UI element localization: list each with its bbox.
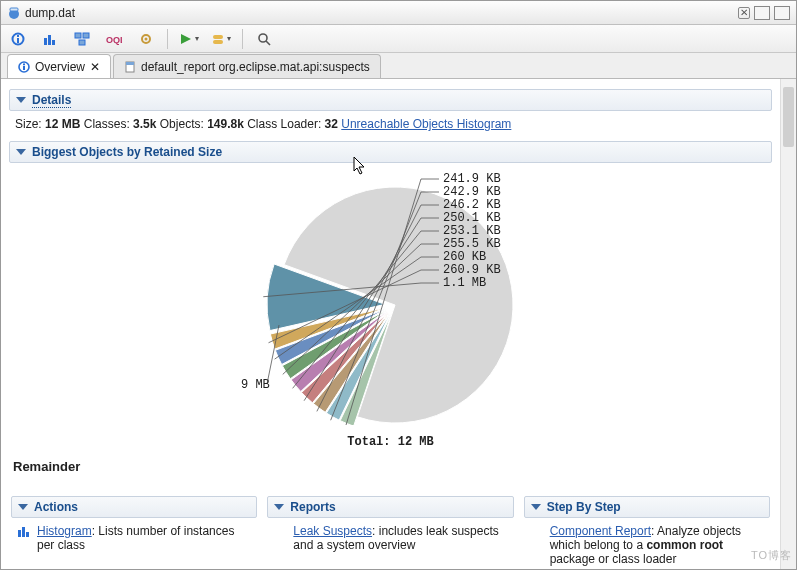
search-icon[interactable]	[253, 28, 275, 50]
svg-rect-3	[17, 38, 19, 43]
svg-text:OQL: OQL	[106, 35, 122, 45]
twisty-icon	[16, 97, 26, 103]
size-label: Size:	[15, 117, 42, 131]
chevron-down-icon: ▾	[195, 34, 199, 43]
pie-slice-label: 1.1 MB	[443, 276, 486, 290]
svg-marker-14	[181, 34, 191, 44]
tab-label: default_report org.eclipse.mat.api:suspe…	[141, 60, 370, 74]
details-summary: Size: 12 MB Classes: 3.5k Objects: 149.8…	[9, 111, 772, 135]
twisty-icon	[274, 504, 284, 510]
svg-rect-4	[17, 35, 19, 37]
svg-rect-16	[213, 40, 223, 44]
leak-suspects-link[interactable]: Leak Suspects	[293, 524, 372, 538]
info-icon	[18, 61, 30, 73]
histogram-icon	[17, 524, 31, 538]
classloader-label: Class Loader:	[247, 117, 321, 131]
section-details-header[interactable]: Details	[9, 89, 772, 111]
overview-icon[interactable]	[7, 28, 29, 50]
file-icon	[7, 6, 21, 20]
component-report-desc-2: package or class loader	[550, 552, 677, 566]
twisty-icon	[16, 149, 26, 155]
report-leak-suspects: Leak Suspects: includes leak suspects an…	[267, 518, 513, 552]
tab-overview[interactable]: Overview ✕	[7, 54, 111, 78]
section-reports-header[interactable]: Reports	[267, 496, 513, 518]
oql-icon[interactable]: OQL	[103, 28, 125, 50]
toolbar-separator	[167, 29, 168, 49]
svg-point-17	[259, 34, 267, 42]
svg-rect-27	[26, 532, 29, 537]
remainder-heading: Remainder	[9, 449, 772, 474]
objects-label: Objects:	[160, 117, 204, 131]
svg-point-13	[145, 37, 148, 40]
section-actions-header[interactable]: Actions	[11, 496, 257, 518]
run-report-icon[interactable]: ▾	[178, 28, 200, 50]
tab-default-report[interactable]: default_report org.eclipse.mat.api:suspe…	[113, 54, 381, 78]
pie-slice-label: 242.9 KB	[443, 185, 501, 199]
histogram-link[interactable]: Histogram	[37, 524, 92, 538]
svg-rect-21	[23, 63, 25, 65]
tab-label: Overview	[35, 60, 85, 74]
section-title: Details	[32, 93, 71, 108]
section-stepbystep-header[interactable]: Step By Step	[524, 496, 770, 518]
section-title: Biggest Objects by Retained Size	[32, 145, 222, 159]
component-report-bold: common root	[646, 538, 723, 552]
report-icon	[530, 524, 544, 538]
svg-rect-10	[79, 40, 85, 45]
twisty-icon	[531, 504, 541, 510]
report-icon	[124, 61, 136, 73]
svg-rect-20	[23, 66, 25, 70]
query-browser-icon[interactable]: ▾	[210, 28, 232, 50]
objects-value: 149.8k	[207, 117, 244, 131]
histogram-icon[interactable]	[39, 28, 61, 50]
size-value: 12 MB	[45, 117, 80, 131]
dominator-tree-icon[interactable]	[71, 28, 93, 50]
window-title: dump.dat	[25, 6, 732, 20]
twisty-icon	[18, 504, 28, 510]
overview-columns: Actions Histogram: Lists number of insta…	[9, 496, 772, 566]
close-icon[interactable]: ✕	[90, 60, 100, 74]
svg-rect-1	[10, 8, 18, 11]
unreachable-objects-link[interactable]: Unreachable Objects Histogram	[341, 117, 511, 131]
svg-rect-25	[18, 530, 21, 537]
svg-rect-7	[52, 40, 55, 45]
report-icon	[273, 524, 287, 538]
pie-slice-label: 260 KB	[443, 250, 486, 264]
component-report-link[interactable]: Component Report	[550, 524, 651, 538]
svg-rect-15	[213, 35, 223, 39]
gear-icon[interactable]	[135, 28, 157, 50]
close-tab-icon[interactable]: ✕	[738, 7, 750, 19]
svg-rect-9	[83, 33, 89, 38]
toolbar: OQL ▾ ▾	[1, 25, 796, 53]
pie-slice-label: 241.9 KB	[443, 172, 501, 186]
svg-rect-5	[44, 38, 47, 45]
pie-slice-label: 246.2 KB	[443, 198, 501, 212]
titlebar: dump.dat ✕	[1, 1, 796, 25]
classloader-value: 32	[325, 117, 338, 131]
section-title: Actions	[34, 500, 78, 514]
svg-rect-8	[75, 33, 81, 38]
section-title: Reports	[290, 500, 335, 514]
svg-line-18	[266, 41, 270, 45]
pie-slice-label: 250.1 KB	[443, 211, 501, 225]
content-area: Details Size: 12 MB Classes: 3.5k Object…	[1, 79, 796, 569]
action-histogram: Histogram: Lists number of instances per…	[11, 518, 257, 552]
chevron-down-icon: ▾	[227, 34, 231, 43]
pie-total-label: Total: 12 MB	[9, 435, 772, 449]
maximize-button[interactable]	[774, 6, 790, 20]
section-title: Step By Step	[547, 500, 621, 514]
pie-remainder-label: 9 MB	[241, 378, 270, 392]
svg-rect-6	[48, 35, 51, 45]
pie-slice-label: 260.9 KB	[443, 263, 501, 277]
toolbar-separator	[242, 29, 243, 49]
section-biggest-header[interactable]: Biggest Objects by Retained Size	[9, 141, 772, 163]
svg-rect-26	[22, 527, 25, 537]
minimize-button[interactable]	[754, 6, 770, 20]
pie-chart: 241.9 KB242.9 KB246.2 KB250.1 KB253.1 KB…	[9, 163, 772, 433]
vertical-scrollbar[interactable]	[780, 79, 796, 569]
tab-strip: Overview ✕ default_report org.eclipse.ma…	[1, 53, 796, 79]
svg-rect-23	[126, 62, 134, 65]
pie-slice-label: 253.1 KB	[443, 224, 501, 238]
classes-value: 3.5k	[133, 117, 156, 131]
step-component-report: Component Report: Analyze objects which …	[524, 518, 770, 566]
pie-slice-label: 255.5 KB	[443, 237, 501, 251]
